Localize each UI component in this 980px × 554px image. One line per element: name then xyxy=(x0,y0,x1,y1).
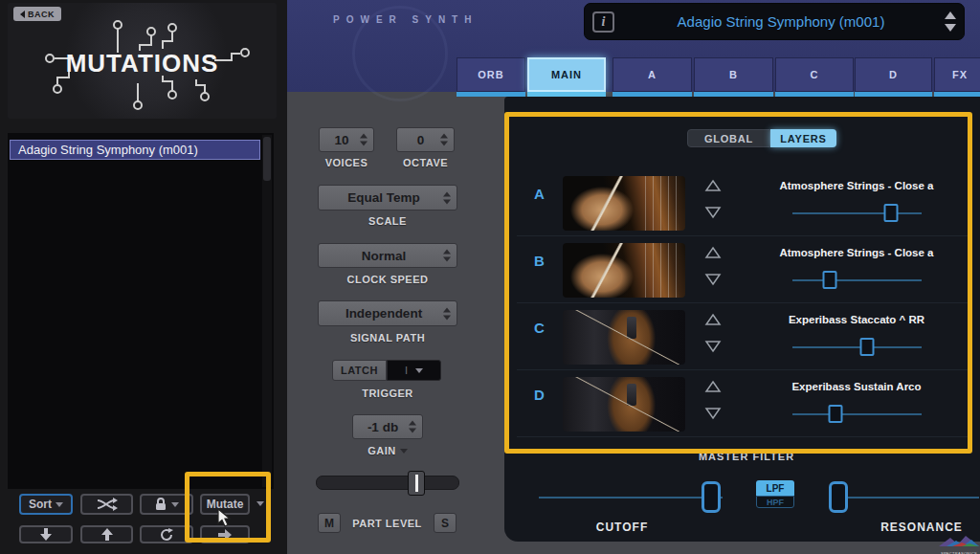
voices-stepper[interactable]: 10 xyxy=(319,127,374,152)
trigger-label: TRIGGER xyxy=(318,388,457,399)
cutoff-slider-handle[interactable] xyxy=(702,481,721,513)
resonance-slider-handle[interactable] xyxy=(829,481,848,513)
signal-path-label: SIGNAL PATH xyxy=(318,332,457,343)
list-item[interactable]: Adagio String Symphony (m001) xyxy=(10,140,260,160)
layer-d-level-slider[interactable] xyxy=(792,413,922,415)
layer-b-image-cello[interactable] xyxy=(563,243,685,298)
stepper-arrows-icon[interactable] xyxy=(409,421,416,433)
preset-down-icon[interactable] xyxy=(945,24,956,32)
tab-d[interactable]: D xyxy=(855,57,932,92)
layer-c-image-bass[interactable] xyxy=(563,310,685,365)
list-scrollbar-thumb[interactable] xyxy=(263,137,271,181)
power-synth-window: MUTATIONS BACK Adagio String Symphony (m… xyxy=(0,0,980,554)
sort-caret-icon xyxy=(56,502,63,507)
stepper-arrows-icon[interactable] xyxy=(443,191,451,204)
lock-icon xyxy=(155,498,167,511)
voices-value: 10 xyxy=(334,133,348,147)
preset-list[interactable]: Adagio String Symphony (m001) xyxy=(8,133,274,489)
mute-button[interactable]: M xyxy=(318,513,341,533)
layer-c-level-slider[interactable] xyxy=(792,346,922,348)
list-scrollbar[interactable] xyxy=(262,135,272,487)
mutate-dropdown-caret[interactable] xyxy=(256,501,264,506)
octave-stepper[interactable]: 0 xyxy=(396,127,455,152)
row-divider xyxy=(517,302,969,303)
move-down-button[interactable] xyxy=(19,525,73,543)
trigger-mode-dropdown[interactable]: I xyxy=(387,360,441,381)
back-arrow-icon xyxy=(20,11,25,18)
sort-button[interactable]: Sort xyxy=(19,494,73,515)
up-arrow-icon xyxy=(101,528,113,541)
layer-a-level-slider[interactable] xyxy=(792,212,922,214)
layer-d-image-bass[interactable] xyxy=(563,377,685,432)
part-level-slider-handle[interactable] xyxy=(408,471,425,496)
voices-label: VOICES xyxy=(319,157,374,168)
move-up-button[interactable] xyxy=(80,525,133,543)
mouse-cursor-icon xyxy=(217,508,233,529)
tab-orb[interactable]: ORB xyxy=(457,57,525,92)
tab-b[interactable]: B xyxy=(694,57,773,92)
layers-tab-button[interactable]: LAYERS xyxy=(770,129,836,147)
clock-speed-value: Normal xyxy=(362,249,407,263)
resonance-label: RESONANCE xyxy=(864,521,979,534)
latch-button[interactable]: LATCH xyxy=(332,360,387,381)
tab-a[interactable]: A xyxy=(612,57,692,92)
hpf-button[interactable]: HPF xyxy=(756,496,794,508)
tab-main[interactable]: MAIN xyxy=(527,57,606,92)
resonance-slider[interactable] xyxy=(837,497,979,499)
layer-c-name: Experibass Staccato ^ RR xyxy=(751,314,962,325)
layer-d-slider-handle[interactable] xyxy=(828,405,842,423)
spectrasonics-watermark: SPECTRASONICS xyxy=(938,534,980,554)
layer-d-prev-next-icons[interactable] xyxy=(704,380,722,420)
layer-d-name: Experibass Sustain Arco xyxy=(751,381,962,392)
layer-c-slider-handle[interactable] xyxy=(860,338,875,356)
master-filter-title: MASTER FILTER xyxy=(651,451,842,462)
layer-a-image-cello[interactable] xyxy=(563,176,685,231)
shuffle-button[interactable] xyxy=(80,494,133,515)
stepper-arrows-icon[interactable] xyxy=(440,134,448,146)
tab-fx[interactable]: FX xyxy=(934,57,980,92)
list-item-label: Adagio String Symphony (m001) xyxy=(18,143,198,157)
layer-b-letter: B xyxy=(534,253,545,269)
layer-b-prev-next-icons[interactable] xyxy=(704,246,722,286)
layer-b-level-slider[interactable] xyxy=(792,279,922,281)
layer-a-prev-next-icons[interactable] xyxy=(704,179,722,219)
scale-stepper[interactable]: Equal Temp xyxy=(318,185,457,211)
refresh-icon xyxy=(160,528,173,542)
part-level-slider[interactable] xyxy=(316,476,459,490)
solo-button[interactable]: S xyxy=(434,513,457,533)
brand-wordmark: POWER SYNTH xyxy=(333,14,496,25)
trigger-mode-caret-icon xyxy=(415,368,423,373)
scale-value: Equal Temp xyxy=(347,190,420,205)
layer-b-slider-handle[interactable] xyxy=(823,271,837,289)
shuffle-icon xyxy=(97,498,118,511)
gain-stepper[interactable]: -1 db xyxy=(352,414,423,439)
layer-d-letter: D xyxy=(534,387,545,403)
back-button[interactable]: BACK xyxy=(13,7,61,21)
right-arrow-icon xyxy=(218,529,232,541)
gain-label[interactable]: GAIN xyxy=(318,445,457,456)
clock-speed-stepper[interactable]: Normal xyxy=(318,243,457,268)
signal-path-stepper[interactable]: Independent xyxy=(318,300,457,326)
refresh-button[interactable] xyxy=(140,525,193,543)
layer-c-letter: C xyxy=(534,320,545,336)
lpf-button[interactable]: LPF xyxy=(756,480,794,496)
layer-a-slider-handle[interactable] xyxy=(883,204,898,222)
layer-a-letter: A xyxy=(534,186,545,202)
tab-c[interactable]: C xyxy=(775,57,854,92)
stepper-arrows-icon[interactable] xyxy=(360,134,368,146)
global-tab-button[interactable]: GLOBAL xyxy=(687,129,770,147)
layer-c-prev-next-icons[interactable] xyxy=(704,313,722,353)
stepper-arrows-icon[interactable] xyxy=(443,307,451,320)
preset-selector[interactable]: i Adagio String Symphony (m001) xyxy=(584,3,965,40)
back-button-label: BACK xyxy=(28,10,55,19)
lock-caret-icon xyxy=(171,502,179,507)
preset-up-icon[interactable] xyxy=(945,11,956,19)
scale-label: SCALE xyxy=(318,215,457,227)
info-icon[interactable]: i xyxy=(592,11,614,33)
lock-button[interactable] xyxy=(140,494,193,515)
sort-button-label: Sort xyxy=(29,498,52,511)
stepper-arrows-icon[interactable] xyxy=(443,250,451,262)
browser-sidebar: MUTATIONS BACK Adagio String Symphony (m… xyxy=(0,0,287,554)
octave-value: 0 xyxy=(417,133,425,147)
cutoff-slider[interactable] xyxy=(539,497,723,499)
